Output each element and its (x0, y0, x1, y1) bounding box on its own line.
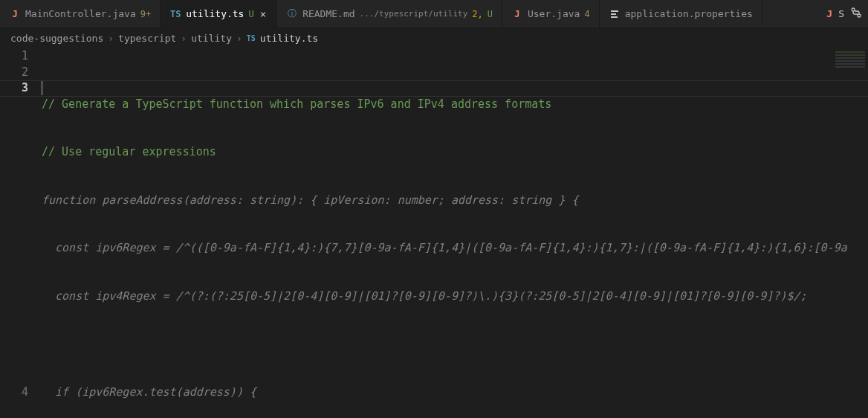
inline-suggestion: const ipv6Regex = /^(([0-9a-fA-F]{1,4}:)… (42, 240, 868, 257)
breadcrumb-segment[interactable]: typescript (118, 33, 176, 44)
tab-subpath: .../typescript/utility (360, 9, 468, 19)
code-editor[interactable]: 1 2 3 4 // Generate a TypeScript functio… (0, 48, 868, 418)
tab-utility-ts[interactable]: TS utility.ts U × (161, 0, 277, 28)
code-comment: // Generate a TypeScript function which … (42, 97, 551, 111)
tab-application-properties[interactable]: application.properties (600, 0, 762, 28)
tabs-actions: J S (826, 7, 868, 21)
svg-point-0 (852, 8, 855, 11)
breadcrumb-segment[interactable]: code-suggestions (10, 33, 103, 44)
chevron-right-icon: › (108, 33, 114, 44)
tab-label: README.md (302, 8, 354, 19)
chevron-right-icon: › (181, 33, 187, 44)
line-number: 1 (0, 48, 28, 65)
line-number-gutter: 1 2 3 4 (0, 48, 42, 418)
typescript-icon: TS (247, 34, 256, 42)
tab-label: application.properties (625, 8, 753, 19)
line-number-spacer (0, 97, 28, 385)
compare-changes-icon[interactable] (850, 7, 862, 21)
tab-problems-badge: 9+ (140, 9, 151, 19)
tab-label: MainController.java (25, 8, 136, 19)
inline-suggestion: function parseAddress(address: string): … (42, 193, 868, 209)
chevron-right-icon: › (236, 33, 242, 44)
code-content[interactable]: // Generate a TypeScript function which … (42, 48, 868, 418)
tab-warning-badge: 2, (472, 9, 482, 19)
tab-readme[interactable]: ⓘ README.md .../typescript/utility 2, U (277, 0, 502, 28)
tab-problems-badge: 4 (584, 9, 589, 19)
inline-suggestion: if (ipv6Regex.test(address)) { (42, 385, 868, 401)
breadcrumb[interactable]: code-suggestions › typescript › utility … (0, 28, 868, 48)
code-comment: // Use regular expressions (42, 145, 216, 158)
inline-suggestion: const ipv4Regex = /^(?:(?:25[0-5]|2[0-4]… (42, 289, 868, 305)
line-number: 4 (0, 385, 28, 401)
inline-suggestion (42, 336, 868, 353)
breadcrumb-file[interactable]: utility.ts (260, 33, 318, 44)
line-number: 2 (0, 65, 28, 81)
tab-untracked-badge: U (248, 9, 253, 19)
tab-label: User.java (528, 8, 580, 19)
text-cursor (42, 81, 42, 95)
java-icon: J (826, 8, 832, 19)
tab-label: utility.ts (186, 8, 244, 19)
properties-icon (609, 8, 621, 20)
minimap[interactable] (835, 51, 865, 69)
svg-point-1 (858, 14, 861, 17)
java-icon: J (511, 8, 523, 20)
tab-untracked-badge: U (488, 9, 493, 19)
tab-maincontroller[interactable]: J MainController.java 9+ (0, 0, 161, 28)
typescript-icon: TS (169, 8, 181, 20)
breadcrumb-segment[interactable]: utility (191, 33, 232, 44)
tab-close-button[interactable]: × (259, 8, 268, 20)
info-icon: ⓘ (286, 8, 298, 20)
java-icon: J (9, 8, 21, 20)
editor-tabs: J MainController.java 9+ TS utility.ts U… (0, 0, 868, 28)
tab-overflow-label: S (838, 8, 844, 19)
line-number: 3 (0, 80, 28, 97)
tab-user-java[interactable]: J User.java 4 (502, 0, 600, 28)
